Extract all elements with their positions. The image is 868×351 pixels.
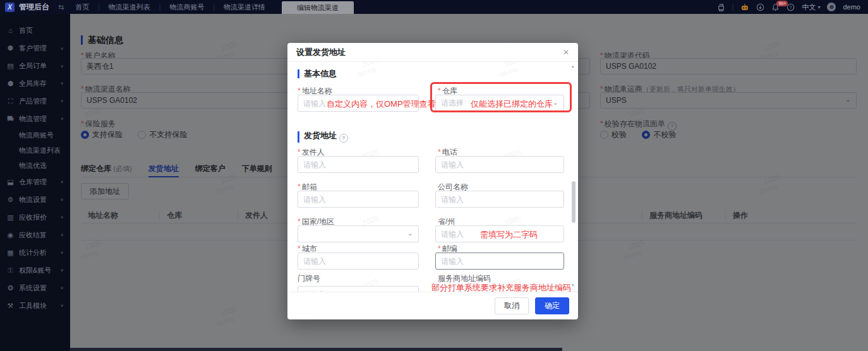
chevron-up-icon: ∧ bbox=[60, 116, 64, 121]
chevron-down-icon: ∨ bbox=[60, 285, 64, 290]
sidebar-item-warehouse[interactable]: ⬓仓库管理∨ bbox=[0, 173, 70, 191]
topbar-actions: | 99+ ? 中文 ▾ ☻ demo bbox=[717, 3, 868, 12]
gear-icon: ⚙ bbox=[6, 196, 15, 204]
sidebar-item-logistics-settings[interactable]: ⚙物流设置∨ bbox=[0, 191, 70, 208]
sidebar-item-products[interactable]: ⛶产品管理∨ bbox=[0, 92, 70, 110]
sidebar-subitem-channel-list[interactable]: 物流渠道列表 bbox=[0, 143, 70, 158]
dialog-title: 设置发货地址 bbox=[296, 47, 346, 58]
provider-code-annotation: 部分打单系统要求补充服务商地址编码 bbox=[431, 282, 571, 292]
confirm-button[interactable]: 确定 bbox=[535, 297, 569, 314]
company-input[interactable] bbox=[435, 191, 564, 208]
sidebar-item-customers[interactable]: ⚉客户管理∨ bbox=[0, 39, 70, 57]
app-window: X 管理后台 ⇆ 首页 | 物流渠道列表 | 物流商账号 | 物流渠道详情 编辑… bbox=[0, 0, 868, 351]
home-icon: ⌂ bbox=[6, 27, 15, 34]
nav-separator: | bbox=[159, 4, 161, 11]
nav-tab-channel-detail[interactable]: 物流渠道详情 bbox=[224, 3, 265, 12]
help-icon: ? bbox=[339, 134, 348, 143]
nav-tab-provider-account[interactable]: 物流商账号 bbox=[169, 3, 204, 12]
sender-input[interactable] bbox=[298, 156, 419, 173]
app-title: 管理后台 bbox=[19, 2, 49, 13]
scroll-down-icon[interactable]: ▾ bbox=[572, 283, 574, 288]
svg-text:?: ? bbox=[790, 4, 792, 9]
chevron-down-icon: ⌄ bbox=[553, 98, 558, 107]
username-label: demo bbox=[843, 3, 860, 11]
products-icon: ⛶ bbox=[6, 97, 15, 105]
house-number-label: 门牌号 bbox=[298, 273, 320, 284]
zip-input[interactable] bbox=[435, 253, 564, 270]
top-bar: X 管理后台 ⇆ 首页 | 物流渠道列表 | 物流商账号 | 物流渠道详情 编辑… bbox=[0, 0, 868, 14]
key-icon: ⚿ bbox=[6, 266, 15, 275]
inventory-icon: ⬢ bbox=[6, 80, 15, 88]
topbar-divider: | bbox=[732, 3, 734, 11]
orders-icon: ▤ bbox=[6, 62, 15, 70]
chevron-down-icon: ∨ bbox=[60, 98, 64, 103]
phone-input[interactable] bbox=[435, 156, 564, 173]
notification-badge: 99+ bbox=[776, 1, 788, 6]
sidebar-item-analytics[interactable]: ▦统计分析∨ bbox=[0, 244, 70, 261]
warehouse-icon: ⬓ bbox=[6, 178, 15, 186]
city-input[interactable] bbox=[298, 253, 419, 270]
nav-tab-home[interactable]: 首页 bbox=[75, 3, 89, 12]
sidebar-item-global-orders[interactable]: ▤全局订单∨ bbox=[0, 57, 70, 74]
warehouse-annotation: 仅能选择已绑定的仓库 bbox=[471, 98, 553, 110]
nav-tab-channel-list[interactable]: 物流渠道列表 bbox=[109, 3, 150, 12]
chevron-down-icon: ∨ bbox=[60, 250, 64, 254]
sidebar-item-tools[interactable]: ⚒工具模块∨ bbox=[0, 297, 70, 314]
sidebar-subitem-logistics-preferred[interactable]: 物流优选 bbox=[0, 158, 70, 173]
sidebar-item-home[interactable]: ⌂首页 bbox=[0, 21, 70, 39]
nav-separator: | bbox=[98, 4, 100, 11]
chevron-down-icon: ∨ bbox=[60, 45, 64, 50]
system-icon: ❂ bbox=[6, 284, 15, 292]
sidebar-menu: ⌂首页 ⚉客户管理∨ ▤全局订单∨ ⬢全局库存∨ ⛶产品管理∨ ⛟物流管理∧ 物… bbox=[0, 14, 70, 351]
sidebar-item-logistics[interactable]: ⛟物流管理∧ bbox=[0, 110, 70, 128]
breadcrumb-tabs: 首页 | 物流渠道列表 | 物流商账号 | 物流渠道详情 编辑物流渠道 bbox=[75, 0, 354, 14]
country-select[interactable]: ⌄ bbox=[298, 225, 419, 242]
chevron-down-icon: ∨ bbox=[60, 63, 64, 68]
user-avatar[interactable]: ☻ bbox=[827, 3, 836, 11]
scrollbar-thumb[interactable] bbox=[572, 181, 576, 223]
chevron-down-icon: ∨ bbox=[60, 232, 64, 237]
printer-icon[interactable] bbox=[717, 3, 725, 11]
language-label: 中文 bbox=[802, 3, 816, 12]
sidebar-item-permissions[interactable]: ⚿权限&账号∨ bbox=[0, 261, 70, 279]
language-selector[interactable]: 中文 ▾ bbox=[802, 3, 820, 12]
chevron-down-icon: ∨ bbox=[60, 197, 64, 201]
chevron-down-icon: ∨ bbox=[60, 179, 64, 184]
tools-icon: ⚒ bbox=[6, 302, 15, 310]
robot-assistant-icon[interactable] bbox=[740, 3, 749, 11]
customers-icon: ⚉ bbox=[6, 44, 15, 52]
notifications[interactable]: 99+ bbox=[771, 3, 780, 11]
dialog-header: 设置发货地址 ✕ bbox=[287, 43, 578, 62]
chevron-down-icon: ⌄ bbox=[407, 229, 413, 237]
nav-tab-edit-channel[interactable]: 编辑物流渠道 bbox=[282, 1, 354, 14]
sidebar-item-receivable-settlement[interactable]: ◉应收结算∨ bbox=[0, 226, 70, 244]
caret-down-icon: ▾ bbox=[817, 4, 820, 10]
chevron-down-icon: ∨ bbox=[60, 303, 64, 307]
nav-separator: | bbox=[213, 4, 215, 11]
chevron-down-icon: ∨ bbox=[60, 268, 64, 272]
email-input[interactable] bbox=[298, 191, 419, 208]
sidebar-item-receivable-quotes[interactable]: ▥应收报价∨ bbox=[0, 208, 70, 226]
sidebar-item-global-inventory[interactable]: ⬢全局库存∨ bbox=[0, 74, 70, 92]
quote-icon: ▥ bbox=[6, 213, 15, 222]
address-name-annotation: 自定义内容，仅OMP管理查看 bbox=[327, 98, 436, 110]
chevron-down-icon: ∨ bbox=[60, 81, 64, 85]
help-icon[interactable]: ? bbox=[787, 3, 795, 11]
dialog-body: 1005demo 1005demo 1005demo 1005demo 1005… bbox=[287, 62, 578, 292]
dialog-footer: 取消 确定 bbox=[287, 292, 578, 319]
download-icon[interactable] bbox=[756, 3, 764, 11]
cancel-button[interactable]: 取消 bbox=[495, 297, 529, 314]
collapse-sidebar-icon[interactable]: ⇆ bbox=[58, 3, 64, 11]
house-number-input[interactable] bbox=[298, 286, 419, 292]
chart-icon: ▦ bbox=[6, 249, 15, 257]
scroll-up-icon[interactable]: ▴ bbox=[572, 64, 574, 69]
close-icon[interactable]: ✕ bbox=[563, 48, 569, 57]
modal-section-basic-info: 基本信息 bbox=[298, 69, 337, 78]
shipping-address-dialog: 设置发货地址 ✕ 1005demo 1005demo 1005demo 1005… bbox=[287, 43, 578, 319]
app-logo-icon: X bbox=[5, 3, 15, 12]
sidebar-item-system-settings[interactable]: ❂系统设置∨ bbox=[0, 279, 70, 297]
truck-icon: ⛟ bbox=[6, 115, 15, 122]
modal-section-shipping-address: 发货地址? bbox=[298, 131, 348, 143]
sidebar-subitem-provider-account[interactable]: 物流商账号 bbox=[0, 128, 70, 143]
settlement-icon: ◉ bbox=[6, 231, 15, 239]
